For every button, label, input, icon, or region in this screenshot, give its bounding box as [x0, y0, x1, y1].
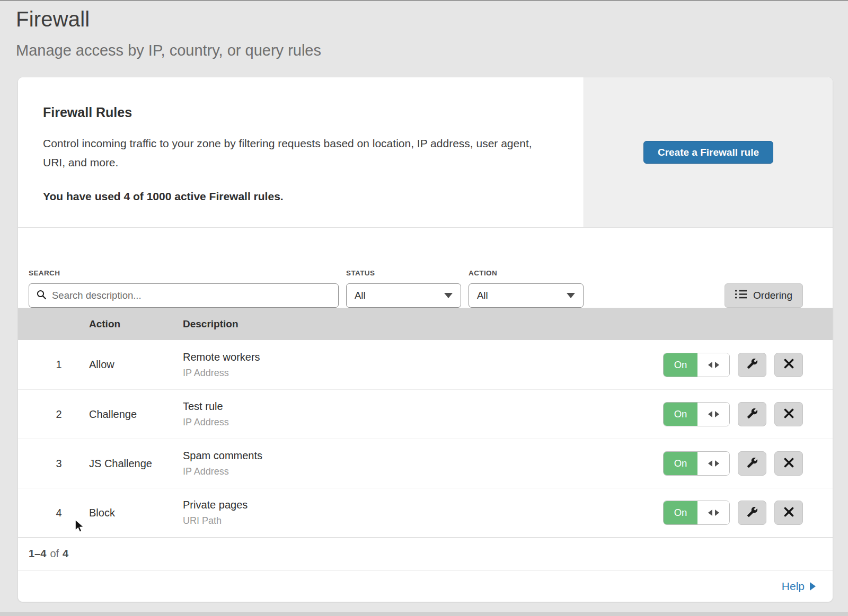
pagination-of-label: of	[50, 548, 59, 560]
pagination-range: 1–4	[29, 548, 46, 560]
search-label: SEARCH	[29, 269, 339, 277]
rule-enabled-toggle[interactable]: On	[663, 451, 730, 476]
rules-description: Control incoming traffic to your zone by…	[43, 134, 546, 172]
wrench-icon	[747, 408, 758, 421]
rule-controls: On	[662, 451, 803, 476]
toggle-handle[interactable]	[697, 452, 729, 475]
help-link-label: Help	[782, 580, 805, 593]
edit-rule-button[interactable]	[738, 451, 766, 476]
rule-match-field: IP Address	[183, 417, 662, 428]
close-icon	[784, 408, 794, 421]
status-select[interactable]: All	[346, 283, 461, 308]
rule-enabled-toggle[interactable]: On	[663, 402, 730, 426]
action-column-header: Action	[89, 318, 183, 330]
rule-enabled-toggle[interactable]: On	[663, 353, 730, 377]
rule-priority: 2	[29, 408, 89, 421]
pagination-row: 1–4 of 4	[18, 537, 833, 570]
ordering-button[interactable]: Ordering	[725, 283, 803, 308]
action-label: ACTION	[469, 269, 584, 277]
action-select-value: All	[477, 290, 488, 301]
status-select-value: All	[355, 290, 366, 301]
search-input-wrap	[29, 283, 339, 308]
chevron-down-icon	[444, 293, 453, 298]
rule-description: Private pages	[183, 499, 662, 511]
triangle-right-icon	[715, 411, 719, 417]
rule-controls: On	[662, 353, 803, 377]
page-subtitle: Manage access by IP, country, or query r…	[16, 42, 832, 59]
rules-usage-note: You have used 4 of 1000 active Firewall …	[43, 190, 552, 203]
action-field-group: ACTION All	[469, 269, 584, 308]
search-input[interactable]	[52, 290, 331, 301]
rule-description: Remote workers	[183, 351, 662, 363]
toggle-on-label: On	[664, 403, 697, 426]
edit-rule-button[interactable]	[738, 353, 766, 377]
rule-description: Test rule	[183, 400, 662, 413]
triangle-left-icon	[708, 362, 712, 368]
rule-description: Spam comments	[183, 450, 662, 462]
firewall-rules-card: Firewall Rules Control incoming traffic …	[17, 77, 833, 602]
triangle-left-icon	[708, 411, 712, 417]
table-header-row: Action Description	[18, 308, 833, 340]
wrench-icon	[747, 506, 758, 520]
wrench-icon	[747, 358, 758, 371]
edit-rule-button[interactable]	[738, 501, 766, 525]
delete-rule-button[interactable]	[774, 402, 803, 426]
arrow-right-icon	[810, 582, 816, 591]
triangle-right-icon	[715, 362, 719, 368]
rule-description-cell: Remote workers IP Address	[183, 351, 662, 379]
rule-row: 3 JS Challenge Spam comments IP Address …	[18, 439, 833, 488]
pagination-total: 4	[63, 548, 68, 560]
rule-row: 4 Block Private pages URI Path On	[18, 488, 833, 537]
toggle-handle[interactable]	[697, 501, 729, 524]
triangle-left-icon	[708, 460, 712, 467]
chevron-down-icon	[567, 293, 575, 298]
rule-match-field: IP Address	[183, 466, 662, 477]
rule-controls: On	[662, 501, 803, 525]
delete-rule-button[interactable]	[774, 353, 803, 377]
close-icon	[784, 507, 794, 519]
triangle-right-icon	[715, 510, 719, 516]
page-header: Firewall Manage access by IP, country, o…	[0, 1, 848, 59]
rule-enabled-toggle[interactable]: On	[663, 501, 730, 525]
edit-rule-button[interactable]	[738, 402, 766, 426]
rule-match-field: URI Path	[183, 515, 662, 526]
rules-heading: Firewall Rules	[43, 105, 552, 120]
search-icon	[37, 290, 47, 302]
rules-intro-action-panel: Create a Firewall rule	[584, 77, 833, 227]
toggle-handle[interactable]	[697, 353, 729, 377]
toggle-on-label: On	[664, 452, 697, 475]
search-field-group: SEARCH	[29, 269, 339, 308]
rule-match-field: IP Address	[183, 368, 662, 379]
description-column-header: Description	[183, 318, 662, 330]
rule-description-cell: Test rule IP Address	[183, 400, 662, 428]
ordered-list-icon	[735, 290, 747, 301]
rule-description-cell: Private pages URI Path	[183, 499, 662, 526]
rule-row: 1 Allow Remote workers IP Address On	[18, 340, 833, 389]
close-icon	[784, 359, 794, 371]
toggle-on-label: On	[664, 501, 697, 524]
page-title: Firewall	[16, 7, 832, 31]
rule-controls: On	[662, 402, 803, 426]
toggle-on-label: On	[664, 353, 697, 377]
bottom-edge-strip	[0, 612, 848, 616]
rule-action: JS Challenge	[89, 458, 183, 470]
delete-rule-button[interactable]	[774, 451, 803, 476]
wrench-icon	[747, 457, 758, 470]
rule-description-cell: Spam comments IP Address	[183, 450, 662, 477]
help-link[interactable]: Help	[782, 580, 816, 593]
action-select[interactable]: All	[469, 283, 584, 308]
create-firewall-rule-button[interactable]: Create a Firewall rule	[643, 141, 773, 164]
rule-action: Block	[89, 507, 183, 519]
ordering-button-label: Ordering	[753, 290, 792, 301]
rule-priority: 4	[29, 507, 89, 519]
status-field-group: STATUS All	[346, 269, 461, 308]
rule-action: Allow	[89, 359, 183, 371]
rule-priority: 3	[29, 458, 89, 470]
status-label: STATUS	[346, 269, 461, 277]
rules-table-body: 1 Allow Remote workers IP Address On	[18, 340, 833, 537]
rule-priority: 1	[29, 359, 89, 371]
filters-bar: SEARCH STATUS All ACTION All	[18, 228, 833, 308]
toggle-handle[interactable]	[697, 403, 729, 426]
delete-rule-button[interactable]	[774, 501, 803, 525]
rules-intro-text: Firewall Rules Control incoming traffic …	[18, 77, 584, 227]
